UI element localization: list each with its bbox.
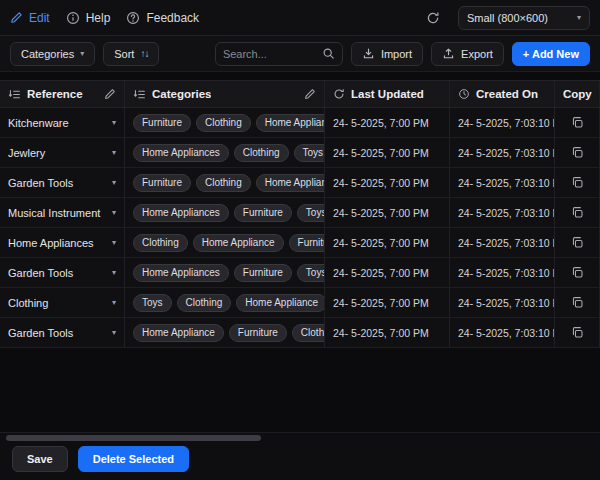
category-tag[interactable]: Home Appliance	[236, 294, 325, 312]
category-tag[interactable]: Clothing	[177, 294, 232, 312]
row-reference-label: Garden Tools	[8, 177, 73, 189]
category-tag[interactable]: Clothing	[133, 234, 188, 252]
last-updated-cell: 24- 5-2025, 7:00 PM	[325, 258, 450, 287]
copy-row-button[interactable]	[569, 204, 586, 221]
import-button[interactable]: Import	[351, 42, 423, 66]
table-row: Home Appliances▾ClothingHome ApplianceFu…	[0, 228, 600, 258]
column-header-categories: Categories	[125, 81, 325, 107]
copy-cell	[555, 228, 600, 257]
column-header-last-updated-label: Last Updated	[351, 88, 424, 100]
help-menu-label: Help	[86, 11, 111, 25]
category-tag[interactable]: Toys	[297, 264, 325, 282]
row-reference-label: Garden Tools	[8, 267, 73, 279]
table-row: Garden Tools▾Home ApplianceFurnitureClot…	[0, 318, 600, 348]
top-menu-bar: Edit Help Feedback Smal	[0, 0, 600, 36]
category-tag[interactable]: Toys	[133, 294, 172, 312]
chevron-down-icon: ▾	[112, 329, 116, 337]
edit-menu-item[interactable]: Edit	[10, 11, 50, 25]
feedback-menu-item[interactable]: Feedback	[126, 11, 199, 25]
refresh-button[interactable]	[424, 9, 442, 27]
sort-button-label: Sort	[114, 48, 134, 60]
chevron-down-icon: ▾	[112, 239, 116, 247]
category-tag[interactable]: Home Appliances	[133, 144, 229, 162]
delete-selected-button[interactable]: Delete Selected	[78, 446, 189, 472]
window-size-select[interactable]: Small (800×600) ▾	[458, 6, 590, 30]
category-tag[interactable]: Clothing	[196, 174, 251, 192]
reference-cell[interactable]: Garden Tools▾	[0, 168, 125, 197]
edit-categories-column-button[interactable]	[304, 88, 316, 100]
window-size-value: Small (800×600)	[467, 12, 548, 24]
reference-cell[interactable]: Kitchenware▾	[0, 108, 125, 137]
created-on-cell: 24- 5-2025, 7:03:10 PM	[450, 138, 555, 167]
category-tag[interactable]: Furniture	[133, 114, 191, 132]
reference-cell[interactable]: Clothing▾	[0, 288, 125, 317]
copy-icon	[571, 236, 584, 249]
category-tag[interactable]: Furniture	[229, 324, 287, 342]
copy-cell	[555, 288, 600, 317]
chevron-down-icon: ▾	[112, 299, 116, 307]
reference-cell[interactable]: Home Appliances▾	[0, 228, 125, 257]
copy-row-button[interactable]	[569, 264, 586, 281]
save-button[interactable]: Save	[12, 446, 68, 472]
search-input[interactable]	[223, 48, 318, 60]
categories-dropdown-label: Categories	[21, 48, 74, 60]
copy-row-button[interactable]	[569, 294, 586, 311]
categories-dropdown[interactable]: Categories ▾	[10, 42, 95, 66]
copy-cell	[555, 168, 600, 197]
category-tag[interactable]: Furniture	[234, 264, 292, 282]
category-tag[interactable]: Furniture	[133, 174, 191, 192]
chevron-down-icon: ▾	[112, 209, 116, 217]
row-reference-label: Garden Tools	[8, 327, 73, 339]
categories-cell: FurnitureClothingHome Appliance	[125, 108, 325, 137]
clock-icon	[458, 88, 470, 100]
copy-cell	[555, 138, 600, 167]
reference-cell[interactable]: Jewlery▾	[0, 138, 125, 167]
copy-icon	[571, 176, 584, 189]
edit-reference-column-button[interactable]	[104, 88, 116, 100]
category-tag[interactable]: Home Appliance	[133, 324, 224, 342]
question-icon	[126, 11, 140, 25]
category-tag[interactable]: Home Appliances	[133, 264, 229, 282]
reference-cell[interactable]: Garden Tools▾	[0, 318, 125, 347]
toolbar-left: Categories ▾ Sort ↑↓	[10, 42, 159, 66]
category-tag[interactable]: Home Appliance	[256, 114, 325, 132]
feedback-menu-label: Feedback	[146, 11, 199, 25]
export-button[interactable]: Export	[431, 42, 504, 66]
copy-icon	[571, 326, 584, 339]
category-tag[interactable]: Home Appliance	[193, 234, 284, 252]
category-tag[interactable]: Toys	[297, 204, 325, 222]
column-header-reference: Reference	[0, 81, 125, 107]
horizontal-scrollbar[interactable]	[0, 433, 600, 443]
category-tag[interactable]: Clothing	[234, 144, 289, 162]
reference-cell[interactable]: Musical Instrument▾	[0, 198, 125, 227]
copy-row-button[interactable]	[569, 174, 586, 191]
table-row: Musical Instrument▾Home AppliancesFurnit…	[0, 198, 600, 228]
data-table: Reference Categories	[0, 80, 600, 432]
import-icon	[362, 47, 375, 60]
copy-row-button[interactable]	[569, 114, 586, 131]
column-header-copy-label: Copy	[563, 88, 592, 100]
column-header-reference-label: Reference	[27, 88, 83, 100]
row-reference-label: Home Appliances	[8, 237, 94, 249]
category-tag[interactable]: Clothing	[196, 114, 251, 132]
category-tag[interactable]: Clothing	[292, 324, 325, 342]
scrollbar-thumb[interactable]	[6, 435, 261, 441]
last-updated-cell: 24- 5-2025, 7:00 PM	[325, 318, 450, 347]
add-new-button[interactable]: + Add New	[512, 42, 590, 66]
reference-cell[interactable]: Garden Tools▾	[0, 258, 125, 287]
copy-row-button[interactable]	[569, 144, 586, 161]
categories-cell: Home ApplianceFurnitureClothing	[125, 318, 325, 347]
copy-cell	[555, 318, 600, 347]
copy-row-button[interactable]	[569, 234, 586, 251]
pencil-icon	[10, 11, 23, 24]
category-tag[interactable]: Furniture	[289, 234, 325, 252]
copy-row-button[interactable]	[569, 324, 586, 341]
category-tag[interactable]: Furniture	[234, 204, 292, 222]
category-tag[interactable]: Toys	[294, 144, 325, 162]
help-menu-item[interactable]: Help	[66, 11, 111, 25]
copy-icon	[571, 146, 584, 159]
category-tag[interactable]: Home Appliances	[133, 204, 229, 222]
sort-button[interactable]: Sort ↑↓	[103, 42, 159, 66]
category-tag[interactable]: Home Appliance	[256, 174, 325, 192]
chevron-down-icon: ▾	[80, 50, 84, 58]
